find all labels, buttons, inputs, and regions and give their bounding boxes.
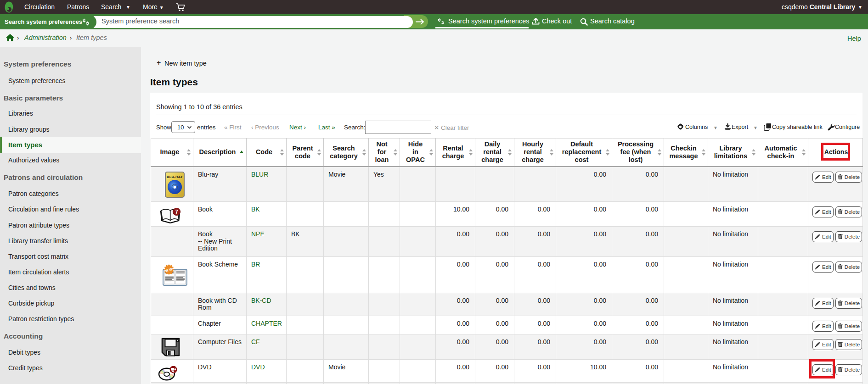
svg-text:BLU-RAY: BLU-RAY bbox=[167, 174, 183, 178]
svg-text:7: 7 bbox=[175, 209, 178, 215]
